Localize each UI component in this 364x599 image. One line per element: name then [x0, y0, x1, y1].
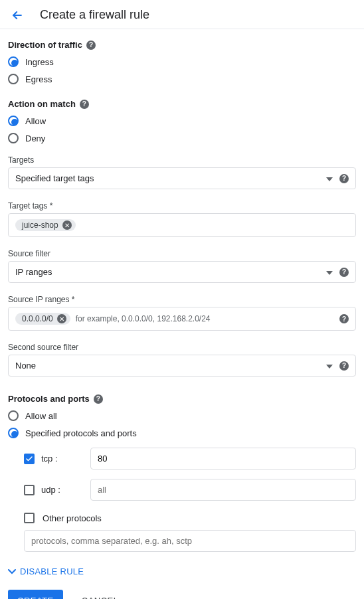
- source-filter-value: IP ranges: [15, 267, 326, 277]
- source-ip-ranges-field: Source IP ranges * 0.0.0.0/0 ✕ for examp…: [8, 295, 356, 331]
- dropdown-icon: [326, 267, 333, 277]
- tcp-ports-input[interactable]: [90, 448, 356, 470]
- disable-rule-label: DISABLE RULE: [20, 566, 84, 576]
- chevron-down-icon: [8, 566, 16, 576]
- action-deny-option[interactable]: Deny: [8, 133, 356, 143]
- protocols-allow-all-label: Allow all: [25, 411, 57, 421]
- other-protocols-checkbox[interactable]: [24, 513, 35, 523]
- radio-icon: [8, 56, 19, 67]
- page-title: Create a firewall rule: [40, 8, 149, 22]
- udp-ports-input[interactable]: [90, 479, 356, 501]
- source-filter-field: Source filter IP ranges ?: [8, 249, 356, 283]
- source-ip-ranges-hint: for example, 0.0.0.0/0, 192.168.2.0/24: [76, 314, 211, 323]
- targets-label: Targets: [8, 155, 356, 165]
- action-label-text: Action on match: [8, 99, 76, 109]
- back-arrow-icon[interactable]: [11, 9, 24, 22]
- source-filter-label: Source filter: [8, 249, 356, 258]
- direction-ingress-label: Ingress: [25, 57, 54, 67]
- help-icon[interactable]: ?: [339, 314, 349, 323]
- create-button[interactable]: CREATE: [8, 590, 63, 599]
- chip-remove-icon[interactable]: ✕: [57, 314, 66, 323]
- chip-label: juice-shop: [22, 220, 58, 230]
- radio-icon: [8, 74, 19, 84]
- radio-icon: [8, 116, 19, 126]
- dropdown-icon: [326, 361, 333, 371]
- cancel-button-label: CANCEL: [82, 596, 119, 599]
- target-tags-label: Target tags *: [8, 201, 356, 211]
- help-icon[interactable]: ?: [86, 41, 96, 50]
- target-tags-input[interactable]: juice-shop ✕: [8, 213, 356, 237]
- udp-label: udp :: [41, 485, 60, 495]
- tcp-label: tcp :: [41, 454, 58, 464]
- help-icon[interactable]: ?: [339, 268, 349, 277]
- create-button-label: CREATE: [17, 596, 54, 599]
- udp-row: udp :: [24, 479, 356, 501]
- second-source-filter-value: None: [15, 361, 326, 371]
- protocols-specified-label: Specified protocols and ports: [25, 428, 137, 438]
- action-deny-label: Deny: [25, 133, 45, 143]
- protocols-specified-option[interactable]: Specified protocols and ports: [8, 428, 356, 438]
- radio-icon: [8, 410, 19, 421]
- direction-egress-option[interactable]: Egress: [8, 74, 356, 84]
- cancel-button[interactable]: CANCEL: [79, 590, 122, 599]
- chip-remove-icon[interactable]: ✕: [62, 220, 72, 230]
- help-icon[interactable]: ?: [94, 394, 103, 404]
- action-allow-label: Allow: [25, 116, 46, 126]
- udp-checkbox[interactable]: [24, 485, 35, 495]
- targets-field: Targets Specified target tags ?: [8, 155, 356, 189]
- target-tags-field: Target tags * juice-shop ✕: [8, 201, 356, 237]
- targets-select[interactable]: Specified target tags ?: [8, 167, 356, 189]
- protocols-label: Protocols and ports ?: [8, 394, 356, 404]
- page-header: Create a firewall rule: [0, 0, 364, 29]
- direction-label-text: Direction of traffic: [8, 40, 82, 50]
- source-ip-ranges-label: Source IP ranges *: [8, 295, 356, 304]
- tcp-row: tcp :: [24, 448, 356, 470]
- second-source-filter-field: Second source filter None ?: [8, 343, 356, 377]
- second-source-filter-select[interactable]: None ?: [8, 355, 356, 377]
- chip-juice-shop[interactable]: juice-shop ✕: [15, 219, 76, 231]
- chip-label: 0.0.0.0/0: [22, 314, 53, 323]
- other-protocols-label: Other protocols: [43, 513, 102, 523]
- second-source-filter-label: Second source filter: [8, 343, 356, 352]
- form-actions: CREATE CANCEL: [8, 590, 356, 599]
- help-icon[interactable]: ?: [339, 174, 349, 183]
- action-label: Action on match ?: [8, 99, 356, 109]
- radio-icon: [8, 133, 19, 143]
- disable-rule-toggle[interactable]: DISABLE RULE: [8, 566, 356, 576]
- other-protocols-input[interactable]: [24, 530, 356, 552]
- help-icon[interactable]: ?: [339, 361, 349, 371]
- other-protocols-row: Other protocols: [24, 513, 356, 523]
- protocols-label-text: Protocols and ports: [8, 394, 90, 404]
- source-filter-select[interactable]: IP ranges ?: [8, 261, 356, 283]
- chip-ip-range[interactable]: 0.0.0.0/0 ✕: [15, 313, 70, 325]
- source-ip-ranges-input[interactable]: 0.0.0.0/0 ✕ for example, 0.0.0.0/0, 192.…: [8, 307, 356, 331]
- action-allow-option[interactable]: Allow: [8, 116, 356, 126]
- dropdown-icon: [326, 173, 333, 183]
- direction-ingress-option[interactable]: Ingress: [8, 56, 356, 67]
- radio-icon: [8, 428, 19, 438]
- targets-value: Specified target tags: [15, 173, 326, 183]
- protocols-allow-all-option[interactable]: Allow all: [8, 410, 356, 421]
- direction-egress-label: Egress: [25, 74, 52, 84]
- tcp-checkbox[interactable]: [24, 454, 35, 464]
- direction-label: Direction of traffic ?: [8, 40, 356, 50]
- help-icon[interactable]: ?: [80, 100, 89, 109]
